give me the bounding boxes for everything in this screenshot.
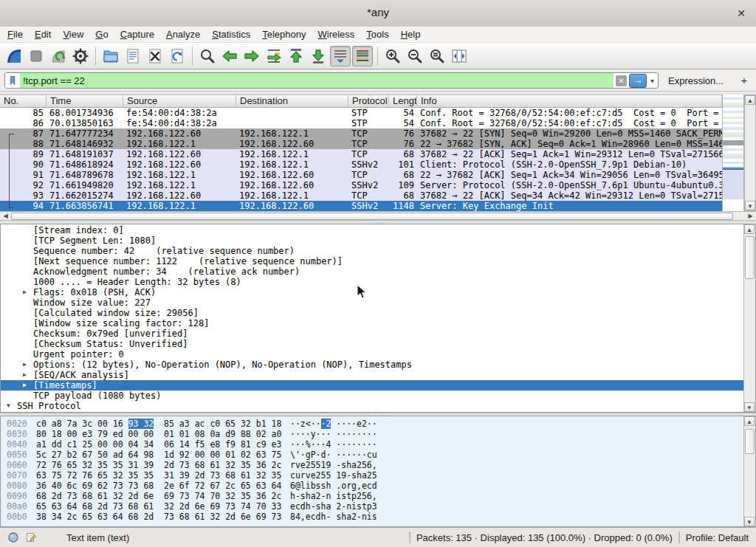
detail-row[interactable]: [Calculated window size: 29056] [1,308,743,318]
column-header-no[interactable]: No. [0,95,47,107]
expander-icon[interactable]: ▶ [23,370,27,380]
column-header-protocol[interactable]: Protocol [348,95,389,107]
find-packet-button[interactable] [197,46,218,66]
hex-row[interactable]: 00505c 27 b2 67 50 ad 64 98 1d 92 00 00 … [1,450,743,460]
hex-row[interactable]: 00a065 63 64 68 2d 73 68 61 32 2d 6e 69 … [1,501,743,512]
detail-row[interactable]: Checksum: 0x79ed [unverified] [1,328,743,339]
filter-apply-button[interactable]: → [629,74,647,88]
go-bottom-button[interactable] [308,46,329,66]
bytes-vscrollbar[interactable]: ▲ ▼ [743,416,755,526]
menu-analyze[interactable]: Analyze [160,27,206,41]
packet-list-hscrollbar[interactable]: ◀ ▶ [0,211,756,220]
capture-restart-button[interactable] [48,46,69,66]
go-top-button[interactable] [286,46,306,66]
detail-row[interactable]: ▶Options: (12 bytes), No-Operation (NOP)… [1,359,743,370]
packet-row-87[interactable]: 8771.647777234192.168.122.60192.168.122.… [0,128,722,139]
vscroll-thumb[interactable] [745,429,755,454]
expander-icon[interactable]: ▶ [23,359,27,370]
menu-go[interactable]: Go [89,27,114,41]
detail-row[interactable]: [Checksum Status: Unverified] [1,339,743,349]
detail-row[interactable]: Sequence number: 42 (relative sequence n… [1,246,743,256]
capture-comment-icon[interactable] [25,531,37,543]
detail-row[interactable]: [Stream index: 0] [1,225,743,235]
expression-button[interactable]: Expression... [668,75,724,86]
expander-icon[interactable]: ▶ [23,380,27,391]
display-filter-input[interactable] [20,73,614,88]
scroll-up-arrow[interactable]: ▲ [744,224,755,234]
scroll-left-arrow[interactable]: ◀ [1,213,10,220]
hex-row[interactable]: 0040a1 dd c1 25 00 00 04 34 06 14 f5 e8 … [1,439,743,450]
detail-row[interactable]: ▶[Timestamps] [1,380,743,391]
detail-row[interactable]: [TCP Segment Len: 1080] [1,235,743,246]
hex-row[interactable]: 0020c0 a8 7a 3c 00 16 93 32 85 a3 ac c0 … [1,419,743,429]
packet-row-94[interactable]: 9471.663856741192.168.122.1192.168.122.6… [0,201,722,211]
detail-row[interactable]: 1000 .... = Header Length: 32 bytes (8) [1,277,743,287]
hscroll-thumb[interactable] [11,213,733,220]
capture-options-button[interactable] [70,46,91,66]
filter-clear-button[interactable]: ✕ [616,75,627,86]
detail-row[interactable]: Window size value: 227 [1,297,743,308]
add-filter-button[interactable]: + [738,74,750,86]
detail-row[interactable]: [Next sequence number: 1122 (relative se… [1,256,743,266]
scroll-right-arrow[interactable]: ▶ [746,213,755,220]
column-header-length[interactable]: Length [389,95,417,107]
hex-row[interactable]: 007063 75 72 76 65 32 35 35 31 39 2d 73 … [1,470,743,481]
detail-row[interactable]: ▼SSH Protocol [1,401,743,411]
scroll-down-arrow[interactable]: ▼ [744,517,755,526]
menu-wireless[interactable]: Wireless [312,27,361,41]
file-save-button[interactable] [123,46,143,66]
close-button[interactable]: ✕ [734,6,749,21]
column-header-time[interactable]: Time [47,95,123,107]
packet-row-92[interactable]: 9271.661949820192.168.122.1192.168.122.6… [0,180,722,190]
scroll-down-arrow[interactable]: ▼ [745,201,755,210]
detail-row[interactable]: ▶Flags: 0x018 (PSH, ACK) [1,287,743,297]
column-header-source[interactable]: Source [123,95,236,107]
hex-row[interactable]: 00b038 34 2c 65 63 64 68 2d 73 68 61 32 … [1,512,743,522]
menu-capture[interactable]: Capture [114,27,160,41]
menu-view[interactable]: View [57,27,89,41]
column-header-info[interactable]: Info [417,95,722,107]
details-vscrollbar[interactable]: ▲ ▼ [743,224,755,412]
vscroll-thumb[interactable] [745,236,755,279]
scroll-up-arrow[interactable]: ▲ [745,95,755,105]
profile-label[interactable]: Profile: Default [686,532,749,543]
filter-dropdown-caret[interactable]: ▾ [647,77,658,85]
zoom-in-button[interactable] [382,46,403,66]
go-back-button[interactable] [219,46,240,66]
packet-row-86[interactable]: 8670.013850163fe:54:00:d4:38:2aSTP54Conf… [0,118,722,128]
resize-columns-button[interactable] [449,46,470,66]
file-close-button[interactable] [145,46,165,66]
menu-help[interactable]: Help [395,27,427,41]
capture-start-button[interactable] [4,46,24,66]
packet-row-89[interactable]: 8971.648191037192.168.122.60192.168.122.… [0,149,722,159]
expert-info-icon[interactable] [7,531,19,543]
go-to-packet-button[interactable] [264,46,284,66]
zoom-original-button[interactable] [427,46,447,66]
packet-row-88[interactable]: 8871.648146932192.168.122.1192.168.122.6… [0,139,722,149]
detail-row[interactable]: ▶[SEQ/ACK analysis] [1,370,743,380]
autoscroll-button[interactable] [330,46,351,66]
detail-row[interactable]: TCP payload (1080 bytes) [1,391,743,401]
zoom-out-button[interactable] [405,46,425,66]
scroll-down-arrow[interactable]: ▼ [744,402,755,412]
packet-row-91[interactable]: 9171.648789678192.168.122.1192.168.122.6… [0,170,722,180]
detail-row[interactable]: [Window size scaling factor: 128] [1,318,743,328]
expander-icon[interactable]: ▼ [7,401,10,411]
detail-row[interactable]: ▶SSH Version 2 (encryption:chacha20-poly… [1,411,743,412]
expander-icon[interactable]: ▶ [23,411,27,412]
packet-row-90[interactable]: 9071.648618924192.168.122.60192.168.122.… [0,159,722,170]
packet-row-93[interactable]: 9371.662015274192.168.122.60192.168.122.… [0,190,722,201]
file-open-button[interactable] [100,46,121,66]
detail-row[interactable]: Acknowledgment number: 34 (relative ack … [1,266,743,277]
menu-edit[interactable]: Edit [29,27,57,41]
menu-telephony[interactable]: Telephony [256,27,312,41]
column-header-destination[interactable]: Destination [236,95,348,107]
packet-minimap[interactable] [722,94,744,211]
menu-file[interactable]: File [1,27,29,41]
file-reload-button[interactable] [167,46,188,66]
detail-row[interactable]: Urgent pointer: 0 [1,349,743,359]
scroll-up-arrow[interactable]: ▲ [744,416,755,426]
capture-stop-button[interactable] [26,46,47,66]
packet-list-vscrollbar[interactable]: ▲ ▼ [744,94,756,211]
hex-row[interactable]: 008036 40 6c 69 62 73 73 68 2e 6f 72 67 … [1,481,743,491]
